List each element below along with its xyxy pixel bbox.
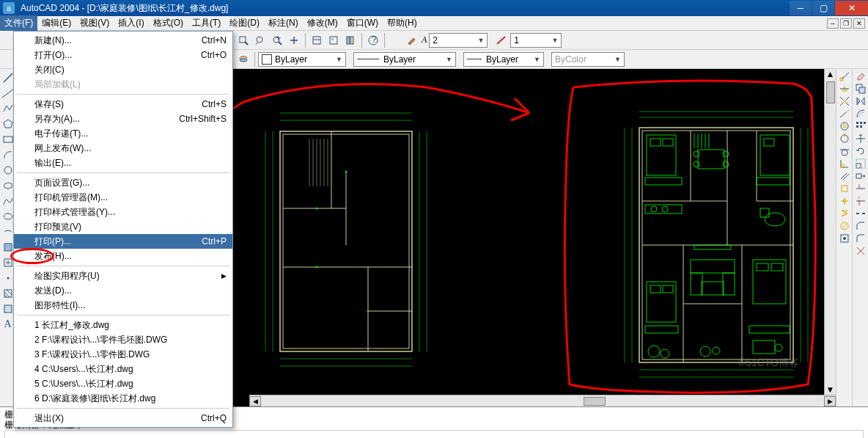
- menu-save[interactable]: 保存(S)Ctrl+S: [14, 97, 232, 112]
- scroll-left-icon[interactable]: ◀: [249, 396, 261, 406]
- menu-draw[interactable]: 绘图(D): [225, 15, 264, 31]
- properties-icon[interactable]: [309, 32, 325, 48]
- menu-page-setup[interactable]: 页面设置(G)...: [14, 175, 232, 190]
- layer-manager-icon[interactable]: [235, 51, 251, 67]
- osnap-settings-icon[interactable]: [839, 233, 850, 244]
- tool-palettes-icon[interactable]: [342, 32, 358, 48]
- menu-file[interactable]: 文件(F): [0, 15, 37, 31]
- menu-modify[interactable]: 修改(M): [303, 15, 342, 31]
- menu-dimension[interactable]: 标注(N): [264, 15, 303, 31]
- menu-view[interactable]: 视图(V): [76, 15, 114, 31]
- menu-close-file[interactable]: 关闭(C): [14, 62, 232, 77]
- menu-drawing-utilities[interactable]: 绘图实用程序(U)▶: [14, 269, 232, 283]
- move-icon[interactable]: [855, 133, 867, 145]
- menu-plot-preview[interactable]: 打印预览(V): [14, 219, 232, 234]
- snap-perpendicular-icon[interactable]: [839, 158, 850, 169]
- pan-icon[interactable]: [286, 32, 302, 48]
- snap-center-icon[interactable]: [839, 120, 850, 132]
- scroll-thumb-v[interactable]: [826, 81, 835, 103]
- stretch-icon[interactable]: [855, 170, 867, 182]
- svg-point-127: [694, 161, 699, 167]
- array-icon[interactable]: [855, 120, 867, 132]
- menu-format[interactable]: 格式(O): [149, 15, 188, 31]
- menu-export[interactable]: 输出(E)...: [14, 156, 232, 170]
- snap-none-icon[interactable]: [839, 220, 850, 232]
- rotate-icon[interactable]: [855, 145, 867, 157]
- snap-midpoint-icon[interactable]: [839, 83, 850, 95]
- vertical-scrollbar[interactable]: ▲ ▼: [824, 69, 836, 395]
- menu-recent-2[interactable]: 2 F:\课程设计\...\零件毛坯图.DWG: [14, 332, 232, 347]
- menu-etransmit[interactable]: 电子传递(T)...: [14, 126, 232, 141]
- menu-tools[interactable]: 工具(T): [188, 15, 225, 31]
- menu-send[interactable]: 发送(D)...: [14, 283, 232, 298]
- scroll-up-icon[interactable]: ▲: [826, 69, 835, 79]
- menu-publish-web[interactable]: 网上发布(W)...: [14, 141, 232, 156]
- snap-parallel-icon[interactable]: [839, 170, 850, 182]
- menu-edit[interactable]: 编辑(E): [37, 15, 76, 31]
- command-input[interactable]: [4, 430, 864, 438]
- menu-drawing-properties[interactable]: 图形特性(I)...: [14, 298, 232, 313]
- zoom-window-icon[interactable]: [235, 32, 251, 48]
- svg-rect-67: [842, 186, 847, 191]
- snap-endpoint-icon[interactable]: [839, 70, 850, 82]
- help-icon[interactable]: ?: [365, 32, 381, 48]
- menu-recent-6[interactable]: 6 D:\家庭装修\图纸\长江村.dwg: [14, 391, 232, 406]
- snap-node-icon[interactable]: [839, 195, 850, 207]
- zoom-previous-icon[interactable]: [252, 32, 268, 48]
- doc-close[interactable]: ✕: [853, 18, 865, 29]
- scroll-thumb-h[interactable]: [584, 397, 606, 406]
- svg-line-57: [845, 110, 849, 113]
- erase-icon[interactable]: [855, 70, 867, 82]
- line-style-icon[interactable]: [493, 32, 510, 48]
- scale-icon[interactable]: [855, 158, 867, 169]
- menu-plot-style-manager[interactable]: 打印样式管理器(Y)...: [14, 205, 232, 219]
- menu-recent-3[interactable]: 3 F:\课程设计\...\零件图.DWG: [14, 347, 232, 362]
- menu-recent-1[interactable]: 1 长江村_修改.dwg: [14, 318, 232, 332]
- maximize-button[interactable]: ▢: [812, 1, 834, 15]
- lineweight-combo[interactable]: 2▼: [429, 33, 488, 48]
- ltscale-combo[interactable]: 1▼: [510, 33, 562, 48]
- close-button[interactable]: ✕: [835, 1, 868, 15]
- zoom-realtime-icon[interactable]: +: [269, 32, 285, 48]
- doc-restore[interactable]: ❐: [840, 18, 852, 29]
- menu-window[interactable]: 窗口(W): [342, 15, 383, 31]
- minimize-button[interactable]: ─: [790, 1, 812, 15]
- svg-rect-120: [650, 285, 661, 293]
- menu-saveas[interactable]: 另存为(A)...Ctrl+Shift+S: [14, 112, 232, 126]
- menu-insert[interactable]: 插入(I): [114, 15, 148, 31]
- scroll-down-icon[interactable]: ▼: [826, 384, 835, 395]
- snap-insert-icon[interactable]: [839, 183, 850, 194]
- horizontal-scrollbar[interactable]: ◀ ▶: [249, 395, 836, 406]
- menu-plotter-manager[interactable]: 打印机管理器(M)...: [14, 190, 232, 205]
- lineweight-control[interactable]: ByLayer▼: [463, 52, 544, 67]
- plotstyle-control[interactable]: ByColor▼: [551, 52, 625, 67]
- snap-tangent-icon[interactable]: [839, 145, 850, 157]
- scroll-right-icon[interactable]: ▶: [824, 396, 836, 406]
- menu-recent-5[interactable]: 5 C:\Users\...\长江村.dwg: [14, 376, 232, 391]
- color-control[interactable]: ByLayer▼: [258, 52, 346, 67]
- break-icon[interactable]: [855, 208, 867, 219]
- chamfer-icon[interactable]: [855, 220, 867, 232]
- menu-exit[interactable]: 退出(X)Ctrl+Q: [14, 411, 232, 426]
- copy-icon[interactable]: [855, 83, 867, 95]
- menu-plot[interactable]: 打印(P)...Ctrl+P: [14, 234, 232, 249]
- menu-new[interactable]: 新建(N)...Ctrl+N: [14, 33, 232, 48]
- menu-open[interactable]: 打开(O)...Ctrl+O: [14, 48, 232, 62]
- menu-publish[interactable]: 发布(H)...: [14, 249, 232, 263]
- linetype-control[interactable]: ByLayer▼: [353, 52, 456, 67]
- brush-icon[interactable]: [403, 32, 419, 48]
- menu-help[interactable]: 帮助(H): [383, 15, 422, 31]
- snap-extension-icon[interactable]: [839, 108, 850, 120]
- snap-nearest-icon[interactable]: [839, 208, 850, 219]
- design-center-icon[interactable]: [326, 32, 342, 48]
- snap-intersection-icon[interactable]: [839, 95, 850, 107]
- trim-icon[interactable]: [855, 183, 867, 194]
- offset-icon[interactable]: [855, 108, 867, 120]
- mirror-icon[interactable]: [855, 95, 867, 107]
- doc-minimize[interactable]: ─: [827, 18, 839, 29]
- explode-icon[interactable]: [855, 245, 867, 257]
- snap-quadrant-icon[interactable]: [839, 133, 850, 145]
- extend-icon[interactable]: [855, 195, 867, 207]
- fillet-icon[interactable]: [855, 233, 867, 244]
- menu-recent-4[interactable]: 4 C:\Users\...\长江村.dwg: [14, 362, 232, 376]
